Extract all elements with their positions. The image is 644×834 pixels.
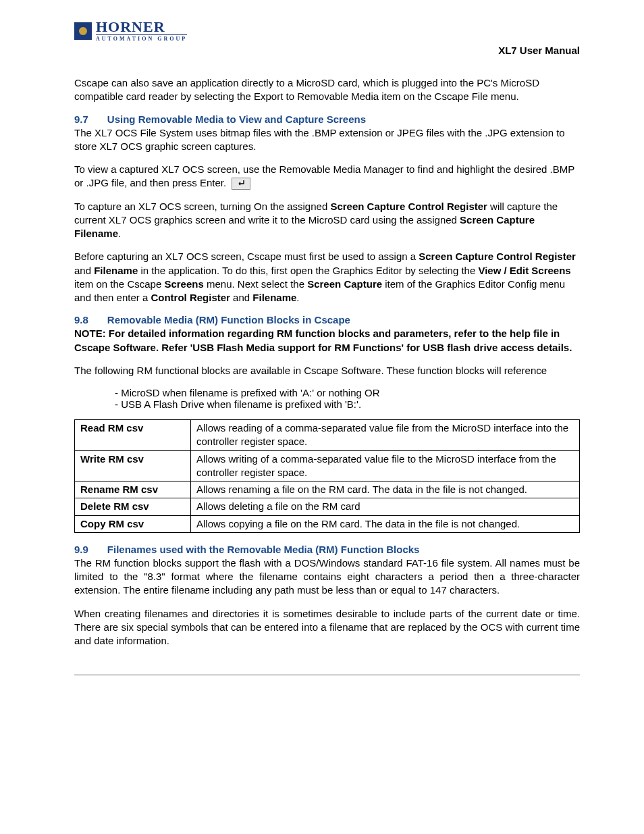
logo-subbrand: AUTOMATION GROUP [96, 36, 187, 42]
intro-paragraph: Cscape can also save an application dire… [74, 76, 580, 104]
section-9-7-p4: Before capturing an XL7 OCS screen, Csca… [74, 250, 580, 305]
body-bold: Filename [94, 265, 138, 276]
section-9-9-p2: When creating filenames and directories … [74, 607, 580, 648]
body-text: . [296, 292, 299, 303]
logo: HORNER AUTOMATION GROUP [74, 20, 187, 41]
enter-icon [232, 178, 250, 190]
logo-brand: HORNER [96, 20, 187, 35]
table-row: Write RM csv Allows writing of a comma-s… [75, 450, 580, 481]
body-bold: Screen Capture Control Register [330, 201, 487, 212]
table-cell-name: Rename RM csv [75, 481, 191, 498]
reference-list: MicroSD when filename is prefixed with '… [74, 387, 580, 410]
body-bold: Screen Capture Control Register [419, 251, 576, 262]
body-bold: Screen Capture [307, 278, 382, 290]
body-text: item on the Cscape [74, 278, 164, 290]
section-9-7-p1: The XL7 OCS File System uses bitmap file… [74, 126, 580, 154]
table-row: Read RM csv Allows reading of a comma-se… [75, 420, 580, 451]
list-item: MicroSD when filename is prefixed with '… [115, 387, 580, 398]
document-title: XL7 User Manual [498, 45, 580, 56]
section-number: 9.7 [74, 113, 88, 125]
section-9-9-p1: The RM function blocks support the flash… [74, 556, 580, 598]
body-text: in the application. To do this, first op… [138, 265, 478, 276]
section-9-9-heading: 9.9Filenames used with the Removable Med… [74, 544, 580, 555]
section-title: Removable Media (RM) Function Blocks in … [107, 314, 350, 325]
body-bold: View / Edit Screens [478, 265, 570, 276]
body-text: Before capturing an XL7 OCS screen, Csca… [74, 251, 419, 262]
table-cell-name: Delete RM csv [75, 498, 191, 515]
section-9-7-p2: To view a captured XL7 OCS screen, use t… [74, 163, 580, 190]
table-cell-name: Write RM csv [75, 450, 191, 481]
section-9-8-heading: 9.8Removable Media (RM) Function Blocks … [74, 314, 580, 325]
list-item: USB A Flash Drive when filename is prefi… [115, 398, 580, 410]
table-cell-name: Read RM csv [75, 420, 191, 451]
section-title: Using Removable Media to View and Captur… [107, 113, 366, 125]
body-text: To capture an XL7 OCS screen, turning On… [74, 201, 330, 212]
rm-function-table: Read RM csv Allows reading of a comma-se… [74, 419, 580, 533]
section-9-8-note: NOTE: For detailed information regarding… [74, 327, 580, 355]
section-number: 9.9 [74, 544, 88, 555]
table-cell-name: Copy RM csv [75, 515, 191, 532]
section-9-7-heading: 9.7Using Removable Media to View and Cap… [74, 113, 580, 125]
section-9-8-p2: The following RM functional blocks are a… [74, 364, 580, 377]
table-cell-desc: Allows deleting a file on the RM card [191, 498, 580, 515]
body-text: and [230, 292, 252, 303]
body-text: and [74, 265, 94, 276]
body-bold: Filename [252, 292, 296, 303]
body-bold: Screens [164, 278, 203, 290]
table-row: Delete RM csv Allows deleting a file on … [75, 498, 580, 515]
table-cell-desc: Allows reading of a comma-separated valu… [191, 420, 580, 451]
section-number: 9.8 [74, 314, 88, 325]
footer-rule [74, 675, 580, 675]
body-text: . [118, 228, 121, 239]
body-text: To view a captured XL7 OCS screen, use t… [74, 163, 574, 188]
logo-mark-icon [74, 22, 92, 40]
table-cell-desc: Allows writing of a comma-separated valu… [191, 450, 580, 481]
body-text: menu. Next select the [204, 278, 307, 290]
table-cell-desc: Allows copying a file on the RM card. Th… [191, 515, 580, 532]
body-bold: Control Register [151, 292, 230, 303]
table-cell-desc: Allows renaming a file on the RM card. T… [191, 481, 580, 498]
table-row: Rename RM csv Allows renaming a file on … [75, 481, 580, 498]
table-row: Copy RM csv Allows copying a file on the… [75, 515, 580, 532]
section-title: Filenames used with the Removable Media … [107, 544, 420, 555]
section-9-7-p3: To capture an XL7 OCS screen, turning On… [74, 200, 580, 241]
